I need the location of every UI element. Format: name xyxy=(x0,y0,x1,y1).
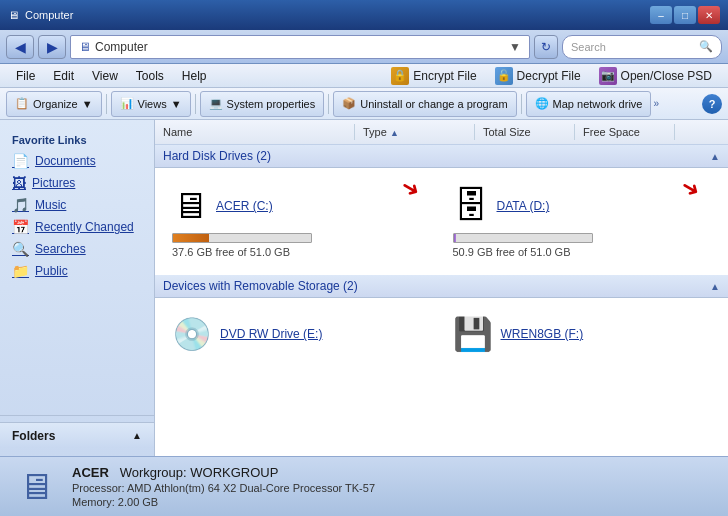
dropdown-icon: ▼ xyxy=(509,40,521,54)
toolbar-separator-3 xyxy=(328,94,329,114)
sidebar-title: Favorite Links xyxy=(0,128,154,150)
drive-d-name: DATA (D:) xyxy=(497,199,550,213)
drive-c[interactable]: 🖥 ACER (C:) 37.6 GB free of 51.0 GB ➜ xyxy=(163,176,440,267)
uninstall-icon: 📦 xyxy=(342,97,356,110)
hard-disk-section-header[interactable]: Hard Disk Drives (2) ▲ xyxy=(155,145,728,168)
encrypt-label: Encrypt File xyxy=(413,69,476,83)
drive-c-top: 🖥 ACER (C:) xyxy=(172,185,431,227)
sidebar-item-searches[interactable]: 🔍 Searches xyxy=(0,238,154,260)
toolbar-separator-1 xyxy=(106,94,107,114)
drive-c-bar xyxy=(172,233,312,243)
pictures-icon: 🖼 xyxy=(12,175,26,191)
folders-bar[interactable]: Folders ▲ xyxy=(0,422,154,448)
menu-help[interactable]: Help xyxy=(174,67,215,85)
col-type[interactable]: Type ▲ xyxy=(355,124,475,140)
title-bar-controls: – □ ✕ xyxy=(650,6,720,24)
sidebar-item-recently-changed[interactable]: 📅 Recently Changed xyxy=(0,216,154,238)
sidebar-item-pictures[interactable]: 🖼 Pictures xyxy=(0,172,154,194)
maximize-button[interactable]: □ xyxy=(674,6,696,24)
recently-changed-icon: 📅 xyxy=(12,219,29,235)
drive-d-bar xyxy=(453,233,593,243)
status-processor: Processor: AMD Athlon(tm) 64 X2 Dual-Cor… xyxy=(72,482,375,494)
views-dropdown-icon: ▼ xyxy=(171,98,182,110)
sidebar-item-documents[interactable]: 📄 Documents xyxy=(0,150,154,172)
search-box[interactable]: Search 🔍 xyxy=(562,35,722,59)
sidebar-item-label: Public xyxy=(35,264,68,278)
sidebar-item-music[interactable]: 🎵 Music xyxy=(0,194,154,216)
menu-view[interactable]: View xyxy=(84,67,126,85)
drive-d-top: 🗄 DATA (D:) xyxy=(453,185,712,227)
drive-d-fill xyxy=(454,234,457,242)
status-memory: Memory: 2.00 GB xyxy=(72,496,375,508)
forward-button[interactable]: ▶ xyxy=(38,35,66,59)
col-name[interactable]: Name xyxy=(155,124,355,140)
removable-section-header[interactable]: Devices with Removable Storage (2) ▲ xyxy=(155,275,728,298)
drive-e[interactable]: 💿 DVD RW Drive (E:) xyxy=(163,306,440,362)
organize-button[interactable]: 📋 Organize ▼ xyxy=(6,91,102,117)
map-network-button[interactable]: 🌐 Map network drive xyxy=(526,91,652,117)
address-path[interactable]: 🖥 Computer ▼ xyxy=(70,35,530,59)
drive-e-name: DVD RW Drive (E:) xyxy=(220,327,322,341)
toolbar-separator-4 xyxy=(521,94,522,114)
col-free-space[interactable]: Free Space xyxy=(575,124,675,140)
drive-c-size: 37.6 GB free of 51.0 GB xyxy=(172,246,431,258)
system-props-icon: 💻 xyxy=(209,97,223,110)
minimize-button[interactable]: – xyxy=(650,6,672,24)
psd-action[interactable]: 📷 Open/Close PSD xyxy=(591,65,720,87)
sidebar-item-label: Documents xyxy=(35,154,96,168)
sidebar-item-label: Pictures xyxy=(32,176,75,190)
status-info: ACER Workgroup: WORKGROUP Processor: AMD… xyxy=(72,465,375,508)
menu-bar: File Edit View Tools Help 🔒 Encrypt File… xyxy=(0,64,728,88)
sidebar-divider xyxy=(0,415,154,416)
sidebar: Favorite Links 📄 Documents 🖼 Pictures 🎵 … xyxy=(0,120,155,456)
hdd-c-icon: 🖥 xyxy=(172,185,208,227)
search-placeholder: Search xyxy=(571,41,699,53)
drive-d[interactable]: 🗄 DATA (D:) 50.9 GB free of 51.0 GB ➜ xyxy=(444,176,721,267)
close-button[interactable]: ✕ xyxy=(698,6,720,24)
psd-icon: 📷 xyxy=(599,67,617,85)
menu-tools[interactable]: Tools xyxy=(128,67,172,85)
toolbar-separator-2 xyxy=(195,94,196,114)
window-title: Computer xyxy=(25,9,73,21)
section-collapse-icon: ▲ xyxy=(710,151,720,162)
toolbar: 📋 Organize ▼ 📊 Views ▼ 💻 System properti… xyxy=(0,88,728,120)
title-bar-left: 🖥 Computer xyxy=(8,9,73,21)
organize-icon: 📋 xyxy=(15,97,29,110)
dvd-icon: 💿 xyxy=(172,315,212,353)
searches-icon: 🔍 xyxy=(12,241,29,257)
decrypt-label: Decrypt File xyxy=(517,69,581,83)
uninstall-button[interactable]: 📦 Uninstall or change a program xyxy=(333,91,516,117)
views-button[interactable]: 📊 Views ▼ xyxy=(111,91,191,117)
title-bar: 🖥 Computer – □ ✕ xyxy=(0,0,728,30)
sort-arrow-icon: ▲ xyxy=(390,128,399,138)
drive-f-name: WREN8GB (F:) xyxy=(501,327,584,341)
toolbar-more[interactable]: » xyxy=(653,98,659,109)
help-button[interactable]: ? xyxy=(702,94,722,114)
encrypt-file-action[interactable]: 🔒 Encrypt File xyxy=(383,65,484,87)
encrypt-icon: 🔒 xyxy=(391,67,409,85)
search-icon[interactable]: 🔍 xyxy=(699,40,713,53)
hard-disk-label: Hard Disk Drives (2) xyxy=(163,149,271,163)
sidebar-item-label: Music xyxy=(35,198,66,212)
sidebar-item-public[interactable]: 📁 Public xyxy=(0,260,154,282)
music-icon: 🎵 xyxy=(12,197,29,213)
removable-collapse-icon: ▲ xyxy=(710,281,720,292)
drive-c-fill xyxy=(173,234,209,242)
col-total-size[interactable]: Total Size xyxy=(475,124,575,140)
psd-label: Open/Close PSD xyxy=(621,69,712,83)
system-properties-button[interactable]: 💻 System properties xyxy=(200,91,325,117)
refresh-button[interactable]: ↻ xyxy=(534,35,558,59)
views-icon: 📊 xyxy=(120,97,134,110)
back-button[interactable]: ◀ xyxy=(6,35,34,59)
folders-chevron-icon: ▲ xyxy=(132,430,142,441)
menu-file[interactable]: File xyxy=(8,67,43,85)
public-icon: 📁 xyxy=(12,263,29,279)
main-layout: Favorite Links 📄 Documents 🖼 Pictures 🎵 … xyxy=(0,120,728,456)
address-text: Computer xyxy=(95,40,148,54)
drive-f[interactable]: 💾 WREN8GB (F:) xyxy=(444,306,721,362)
status-bar: 🖥 ACER Workgroup: WORKGROUP Processor: A… xyxy=(0,456,728,516)
decrypt-file-action[interactable]: 🔓 Decrypt File xyxy=(487,65,589,87)
documents-icon: 📄 xyxy=(12,153,29,169)
status-computer-icon: 🖥 xyxy=(12,463,60,511)
menu-edit[interactable]: Edit xyxy=(45,67,82,85)
